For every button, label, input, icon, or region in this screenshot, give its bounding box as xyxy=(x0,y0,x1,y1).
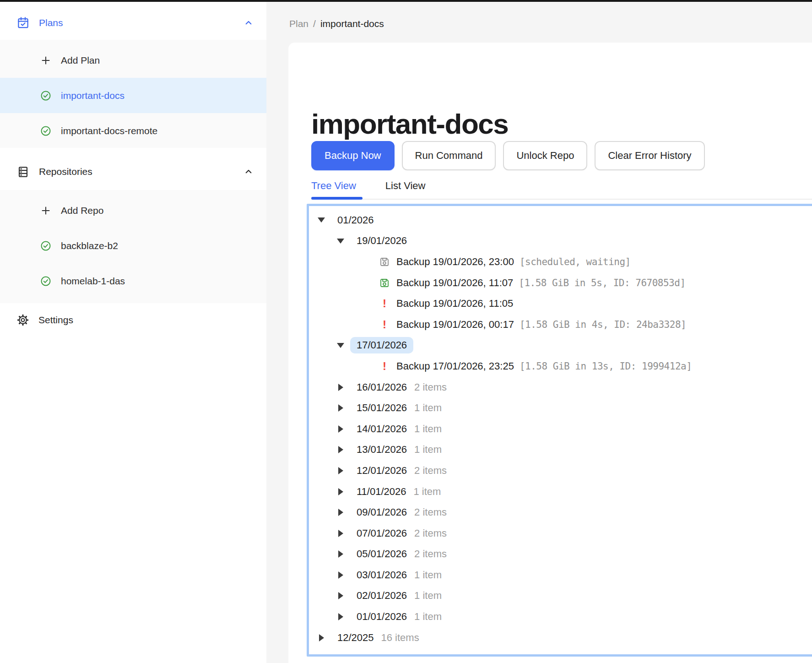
caret-right-icon[interactable] xyxy=(315,634,327,641)
backup-success-icon xyxy=(379,277,390,288)
caret-right-icon[interactable] xyxy=(335,571,346,579)
chevron-up-icon[interactable] xyxy=(244,168,253,176)
tree-node-label: 15/01/2026 xyxy=(357,402,407,414)
tree-node-label: 16/01/2026 xyxy=(357,381,407,393)
backup-entry-meta: [1.58 GiB in 13s, ID: 1999412a] xyxy=(520,361,692,372)
tree-node-day-selected[interactable]: 17/01/2026 xyxy=(309,335,812,356)
tree-node-label: 01/2026 xyxy=(337,214,374,226)
tab-list-view[interactable]: List View xyxy=(385,174,426,199)
tree-node-label: 01/01/2026 xyxy=(357,611,407,623)
error-exclamation-icon: ! xyxy=(379,319,390,330)
tree-node-day[interactable]: 03/01/2026 1 item xyxy=(309,565,812,586)
tab-tree-view[interactable]: Tree View xyxy=(311,174,356,199)
tree-node-count: 2 items xyxy=(414,527,447,539)
clear-error-history-button[interactable]: Clear Error History xyxy=(595,141,704,170)
backup-entry-label: Backup 19/01/2026, 11:05 xyxy=(396,298,513,310)
backup-entry[interactable]: ! Backup 17/01/2026, 23:25 [1.58 GiB in … xyxy=(309,356,812,377)
tree-node-count: 2 items xyxy=(414,506,447,518)
tree-node-label: 03/01/2026 xyxy=(357,569,407,581)
sidebar-item-label: Settings xyxy=(38,315,73,326)
caret-down-icon[interactable] xyxy=(315,217,327,223)
backup-entry[interactable]: Backup 19/01/2026, 23:00 [scheduled, wai… xyxy=(309,251,812,272)
tree-node-day[interactable]: 01/01/2026 1 item xyxy=(309,606,812,627)
tree-node-label: 19/01/2026 xyxy=(357,235,407,247)
caret-right-icon[interactable] xyxy=(335,530,346,537)
error-exclamation-icon: ! xyxy=(379,361,390,372)
check-circle-icon xyxy=(40,125,51,136)
sidebar-group-repositories-label: Repositories xyxy=(39,166,92,177)
tree-node-day[interactable]: 12/01/2026 2 items xyxy=(309,460,812,481)
breadcrumb-section[interactable]: Plan xyxy=(289,18,309,29)
sidebar-item-label: important-docs-remote xyxy=(61,125,157,136)
breadcrumb-separator: / xyxy=(313,18,316,29)
sidebar-group-plans[interactable]: Plans xyxy=(0,5,266,40)
tree-node-label: 05/01/2026 xyxy=(357,548,407,560)
backup-entry[interactable]: ! Backup 19/01/2026, 00:17 [1.58 GiB in … xyxy=(309,314,812,335)
caret-right-icon[interactable] xyxy=(335,404,346,412)
tree-node-day[interactable]: 16/01/2026 2 items xyxy=(309,377,812,398)
tree-node-day[interactable]: 13/01/2026 1 item xyxy=(309,440,812,461)
tree-node-label: 12/2025 xyxy=(337,632,374,644)
sidebar-item-important-docs-remote[interactable]: important-docs-remote xyxy=(0,113,266,148)
tree-node-month[interactable]: 12/2025 16 items xyxy=(309,627,812,648)
tree-node-label: 11/01/2026 xyxy=(357,486,406,498)
unlock-repo-button[interactable]: Unlock Repo xyxy=(503,141,587,170)
tree-node-count: 1 item xyxy=(414,444,442,456)
tree-node-label: 17/01/2026 xyxy=(350,337,413,353)
tree-node-day[interactable]: 07/01/2026 2 items xyxy=(309,523,812,544)
error-exclamation-icon: ! xyxy=(379,298,390,309)
chevron-up-icon[interactable] xyxy=(244,19,253,27)
plus-icon xyxy=(40,55,51,66)
tree-node-day[interactable]: 02/01/2026 1 item xyxy=(309,586,812,607)
tree-node-count: 1 item xyxy=(413,486,441,498)
backup-entry[interactable]: Backup 19/01/2026, 11:07 [1.58 GiB in 5s… xyxy=(309,272,812,293)
check-circle-icon xyxy=(40,240,51,251)
check-circle-icon xyxy=(40,276,51,287)
tree-node-count: 16 items xyxy=(381,632,419,644)
tree-node-day[interactable]: 14/01/2026 1 item xyxy=(309,418,812,440)
sidebar-item-settings[interactable]: Settings xyxy=(0,299,266,341)
sidebar-item-add-plan[interactable]: Add Plan xyxy=(0,43,266,78)
snapshot-tree: 01/2026 19/01/2026 Backup 19/01/2026, 23… xyxy=(307,204,812,657)
tree-node-day[interactable]: 19/01/2026 xyxy=(309,231,812,252)
tree-node-day[interactable]: 09/01/2026 2 items xyxy=(309,502,812,523)
caret-right-icon[interactable] xyxy=(335,613,346,620)
backup-scheduled-icon xyxy=(379,256,390,267)
tree-node-label: 02/01/2026 xyxy=(357,590,407,602)
caret-right-icon[interactable] xyxy=(335,425,346,433)
caret-down-icon[interactable] xyxy=(335,239,346,244)
view-tabs: Tree View List View xyxy=(311,174,812,200)
sidebar-item-homelab-1-das[interactable]: homelab-1-das xyxy=(0,263,266,299)
backup-now-button[interactable]: Backup Now xyxy=(311,141,395,170)
tree-node-day[interactable]: 15/01/2026 1 item xyxy=(309,397,812,418)
action-buttons: Backup Now Run Command Unlock Repo Clear… xyxy=(311,141,705,170)
sidebar-item-label: homelab-1-das xyxy=(61,276,125,287)
sidebar-item-backblaze-b2[interactable]: backblaze-b2 xyxy=(0,228,266,263)
backup-entry[interactable]: ! Backup 19/01/2026, 11:05 xyxy=(309,293,812,314)
tree-node-month[interactable]: 01/2026 xyxy=(309,210,812,231)
caret-right-icon[interactable] xyxy=(335,509,346,516)
caret-right-icon[interactable] xyxy=(335,384,346,391)
tree-node-label: 14/01/2026 xyxy=(357,423,407,435)
tree-node-count: 1 item xyxy=(414,569,442,581)
tree-node-count: 1 item xyxy=(414,402,442,414)
sidebar-item-add-repo[interactable]: Add Repo xyxy=(0,193,266,228)
sidebar-item-label: important-docs xyxy=(61,90,125,101)
run-command-button[interactable]: Run Command xyxy=(402,141,496,170)
tree-node-day[interactable]: 11/01/2026 1 item xyxy=(309,481,812,502)
caret-right-icon[interactable] xyxy=(335,592,346,599)
gear-icon xyxy=(17,314,29,326)
tree-node-count: 1 item xyxy=(414,611,442,623)
backup-entry-meta: [scheduled, waiting] xyxy=(520,256,631,267)
backup-entry-label: Backup 19/01/2026, 23:00 xyxy=(396,256,514,268)
tree-node-count: 2 items xyxy=(414,465,447,477)
tree-node-day[interactable]: 05/01/2026 2 items xyxy=(309,544,812,565)
caret-right-icon[interactable] xyxy=(335,446,346,453)
tree-node-label: 09/01/2026 xyxy=(357,506,407,518)
caret-down-icon[interactable] xyxy=(335,343,346,348)
caret-right-icon[interactable] xyxy=(335,467,346,474)
caret-right-icon[interactable] xyxy=(335,488,346,495)
caret-right-icon[interactable] xyxy=(335,550,346,558)
sidebar-group-repositories[interactable]: Repositories xyxy=(0,153,266,190)
sidebar-item-important-docs[interactable]: important-docs xyxy=(0,78,266,113)
